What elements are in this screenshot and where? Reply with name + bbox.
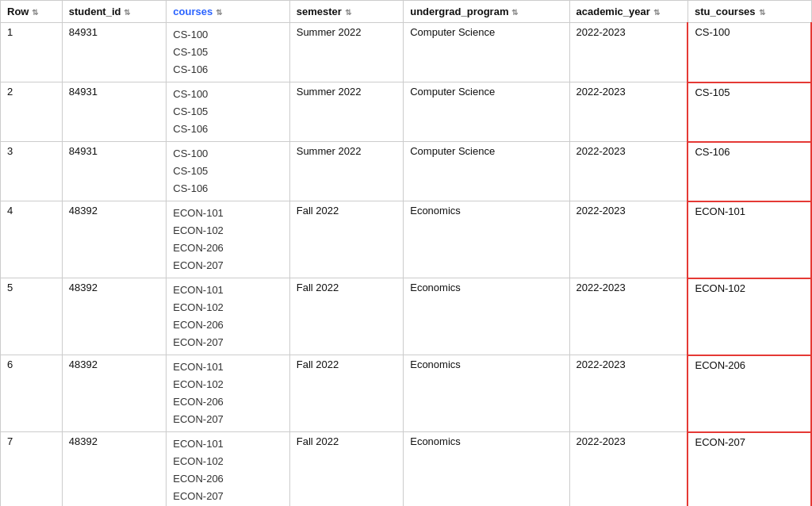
table-row: 284931CS-100CS-105CS-106Summer 2022Compu… [1,82,812,142]
cell-semester: Fall 2022 [289,278,404,355]
course-item: CS-105 [173,163,282,180]
cell-courses: ECON-101ECON-102ECON-206ECON-207 [167,355,289,432]
cell-academic-year: 2022-2023 [569,278,688,355]
cell-student-id: 84931 [62,23,167,82]
course-item: CS-106 [173,61,282,79]
sort-icon: ⇅ [32,8,38,17]
course-item: ECON-102 [173,299,282,316]
col-header-row[interactable]: Row⇅ [1,1,63,23]
sort-icon: ⇅ [216,8,222,17]
table-row: 548392ECON-101ECON-102ECON-206ECON-207Fa… [1,278,812,355]
cell-semester: Summer 2022 [289,23,404,82]
cell-row-num: 1 [1,23,63,82]
cell-row-num: 4 [1,201,63,278]
cell-semester: Fall 2022 [289,355,404,432]
data-table: Row⇅student_id⇅courses⇅semester⇅undergra… [0,0,812,506]
course-item: ECON-101 [173,205,282,222]
sort-icon: ⇅ [345,8,351,17]
cell-undergrad-program: Computer Science [404,23,569,82]
table-row: 384931CS-100CS-105CS-106Summer 2022Compu… [1,142,812,201]
cell-semester: Summer 2022 [289,142,404,201]
cell-stu-courses: ECON-206 [688,355,811,432]
cell-undergrad-program: Economics [404,355,569,432]
cell-undergrad-program: Computer Science [404,82,569,142]
course-item: ECON-206 [173,393,282,411]
course-item: ECON-207 [173,488,282,505]
cell-stu-courses: CS-105 [688,82,811,142]
course-item: CS-100 [173,26,282,44]
cell-academic-year: 2022-2023 [569,142,688,201]
table-row: 184931CS-100CS-105CS-106Summer 2022Compu… [1,23,812,82]
table-row: 448392ECON-101ECON-102ECON-206ECON-207Fa… [1,201,812,278]
course-item: ECON-207 [173,411,282,428]
sort-icon: ⇅ [124,8,130,17]
cell-student-id: 48392 [62,432,167,507]
course-item: ECON-102 [173,376,282,393]
course-item: ECON-207 [173,334,282,351]
cell-semester: Fall 2022 [289,432,404,507]
cell-courses: CS-100CS-105CS-106 [167,142,289,201]
cell-academic-year: 2022-2023 [569,23,688,82]
table-row: 648392ECON-101ECON-102ECON-206ECON-207Fa… [1,355,812,432]
sort-icon: ⇅ [511,8,518,17]
table-row: 748392ECON-101ECON-102ECON-206ECON-207Fa… [1,432,812,507]
course-item: ECON-101 [173,282,282,299]
cell-stu-courses: CS-106 [688,142,811,201]
cell-row-num: 3 [1,142,63,201]
cell-academic-year: 2022-2023 [569,82,688,142]
col-header-courses[interactable]: courses⇅ [167,1,289,23]
course-item: ECON-102 [173,453,282,470]
cell-academic-year: 2022-2023 [569,432,688,507]
cell-academic-year: 2022-2023 [569,355,688,432]
cell-student-id: 84931 [62,142,167,201]
cell-academic-year: 2022-2023 [569,201,688,278]
cell-stu-courses: ECON-207 [688,432,811,507]
cell-undergrad-program: Economics [404,278,569,355]
cell-stu-courses: ECON-102 [688,278,811,355]
cell-semester: Summer 2022 [289,82,404,142]
cell-courses: CS-100CS-105CS-106 [167,23,289,82]
cell-student-id: 48392 [62,278,167,355]
course-item: CS-105 [173,103,282,121]
cell-undergrad-program: Economics [404,201,569,278]
cell-semester: Fall 2022 [289,201,404,278]
sort-icon: ⇅ [759,8,765,17]
cell-stu-courses: ECON-101 [688,201,811,278]
cell-row-num: 5 [1,278,63,355]
cell-row-num: 2 [1,82,63,142]
course-item: ECON-102 [173,222,282,240]
course-item: ECON-207 [173,257,282,274]
cell-undergrad-program: Economics [404,432,569,507]
course-item: ECON-206 [173,470,282,488]
cell-courses: ECON-101ECON-102ECON-206ECON-207 [167,278,289,355]
course-item: ECON-101 [173,358,282,376]
cell-student-id: 84931 [62,82,167,142]
cell-student-id: 48392 [62,201,167,278]
course-item: CS-106 [173,180,282,197]
cell-student-id: 48392 [62,355,167,432]
course-item: CS-100 [173,86,282,103]
col-header-undergrad_program[interactable]: undergrad_program⇅ [404,1,569,23]
col-header-stu_courses[interactable]: stu_courses⇅ [688,1,811,23]
course-item: CS-100 [173,145,282,163]
cell-row-num: 6 [1,355,63,432]
course-item: ECON-206 [173,316,282,334]
cell-undergrad-program: Computer Science [404,142,569,201]
cell-stu-courses: CS-100 [688,23,811,82]
col-header-academic_year[interactable]: academic_year⇅ [569,1,688,23]
main-table-container: Row⇅student_id⇅courses⇅semester⇅undergra… [0,0,812,506]
cell-row-num: 7 [1,432,63,507]
course-item: CS-105 [173,44,282,61]
course-item: ECON-101 [173,435,282,453]
cell-courses: CS-100CS-105CS-106 [167,82,289,142]
col-header-semester[interactable]: semester⇅ [289,1,404,23]
course-item: CS-106 [173,121,282,138]
course-item: ECON-206 [173,240,282,257]
cell-courses: ECON-101ECON-102ECON-206ECON-207 [167,201,289,278]
cell-courses: ECON-101ECON-102ECON-206ECON-207 [167,432,289,507]
sort-icon: ⇅ [653,8,660,17]
col-header-student_id[interactable]: student_id⇅ [62,1,167,23]
